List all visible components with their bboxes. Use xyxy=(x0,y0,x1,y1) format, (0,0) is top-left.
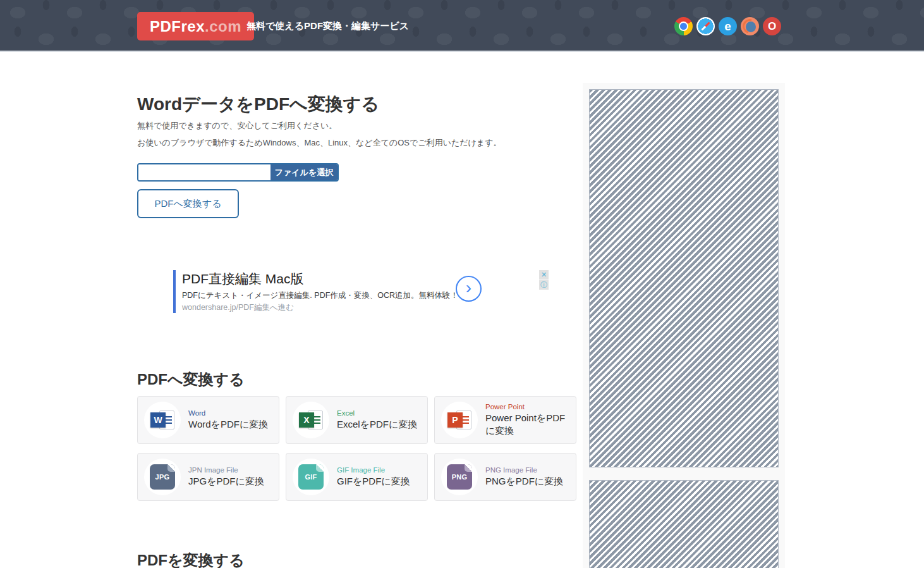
file-select-button[interactable]: ファイルを選択 xyxy=(271,164,337,180)
ad-placeholder-bottom xyxy=(583,474,785,568)
page-description: 無料で使用できますので、安心してご利用ください。 お使いのブラウザで動作するため… xyxy=(137,118,501,151)
ad-close-icon[interactable]: ✕ xyxy=(539,270,549,280)
ad-description: PDFにテキスト・イメージ直接編集. PDF作成・変換、OCR追加。無料体験！ xyxy=(182,290,550,301)
card-action-text: GIFをPDFに変換 xyxy=(337,475,421,488)
logo-suffix-text: .com xyxy=(205,18,241,35)
card-powerpoint-to-pdf[interactable]: P Power Point Power PointをPDFに変換 xyxy=(434,396,576,444)
card-action-text: ExcelをPDFに変換 xyxy=(337,418,421,431)
site-tagline: 無料で使えるPDF変換・編集サービス xyxy=(246,0,409,52)
opera-icon: O xyxy=(763,17,781,35)
card-format-label: Excel xyxy=(337,409,421,417)
browser-support-icons: e O xyxy=(674,17,781,35)
logo-main-text: PDFrex xyxy=(150,18,205,35)
file-input[interactable] xyxy=(138,164,271,180)
card-action-text: WordをPDFに変換 xyxy=(188,418,272,431)
ad-placeholder-top xyxy=(583,83,785,474)
ad-info-icon[interactable]: ⓘ xyxy=(539,280,549,290)
page-title: WordデータをPDFへ変換する xyxy=(137,92,379,116)
ad-title[interactable]: PDF直接編集 Mac版 xyxy=(182,270,550,288)
chrome-icon xyxy=(674,17,693,35)
gif-file-icon: GIF xyxy=(293,459,329,495)
ad-arrow-button[interactable]: › xyxy=(456,276,482,302)
to-pdf-section-title: PDFへ変換する xyxy=(137,369,245,390)
card-format-label: GIF Image File xyxy=(337,466,421,474)
description-line-2: お使いのブラウザで動作するためWindows、Mac、Linux、など全てのOS… xyxy=(137,135,501,152)
card-action-text: PNGをPDFに変換 xyxy=(485,475,569,488)
card-excel-to-pdf[interactable]: X Excel ExcelをPDFに変換 xyxy=(286,396,428,444)
card-format-label: PNG Image File xyxy=(485,466,569,474)
from-pdf-section-title: PDFを変換する xyxy=(137,550,245,568)
convert-to-pdf-button[interactable]: PDFへ変換する xyxy=(137,189,239,218)
powerpoint-icon: P xyxy=(441,402,478,438)
ad-url: wondershare.jp/PDF編集へ進む xyxy=(182,302,550,313)
excel-icon: X xyxy=(293,402,329,438)
site-header: PDFrex.com 無料で使えるPDF変換・編集サービス e O xyxy=(0,0,924,52)
ad-content: PDF直接編集 Mac版 PDFにテキスト・イメージ直接編集. PDF作成・変換… xyxy=(173,270,550,313)
card-jpg-to-pdf[interactable]: JPG JPN Image File JPGをPDFに変換 xyxy=(137,453,279,501)
card-format-label: Power Point xyxy=(485,403,569,411)
internet-explorer-icon: e xyxy=(719,17,737,35)
card-gif-to-pdf[interactable]: GIF GIF Image File GIFをPDFに変換 xyxy=(286,453,428,501)
site-logo[interactable]: PDFrex.com xyxy=(137,12,254,40)
card-word-to-pdf[interactable]: W Word WordをPDFに変換 xyxy=(137,396,279,444)
safari-icon xyxy=(696,17,715,35)
card-format-label: Word xyxy=(188,409,272,417)
ad-placeholder-stripes xyxy=(589,480,779,568)
description-line-1: 無料で使用できますので、安心してご利用ください。 xyxy=(137,118,501,135)
png-file-icon: PNG xyxy=(441,459,478,495)
firefox-icon xyxy=(741,17,759,35)
card-action-text: Power PointをPDFに変換 xyxy=(485,412,569,438)
file-upload-control[interactable]: ファイルを選択 xyxy=(137,163,339,182)
ad-banner[interactable]: PDF直接編集 Mac版 PDFにテキスト・イメージ直接編集. PDF作成・変換… xyxy=(173,270,550,309)
card-action-text: JPGをPDFに変換 xyxy=(188,475,272,488)
ad-choices-controls: ✕ ⓘ xyxy=(539,270,549,290)
ad-placeholder-stripes xyxy=(589,89,779,467)
jpg-file-icon: JPG xyxy=(144,459,181,495)
to-pdf-cards: W Word WordをPDFに変換 X Excel ExcelをPDFに変換 … xyxy=(137,396,577,501)
card-format-label: JPN Image File xyxy=(188,466,272,474)
card-png-to-pdf[interactable]: PNG PNG Image File PNGをPDFに変換 xyxy=(434,453,576,501)
chevron-right-icon: › xyxy=(466,279,471,297)
word-icon: W xyxy=(144,402,181,438)
